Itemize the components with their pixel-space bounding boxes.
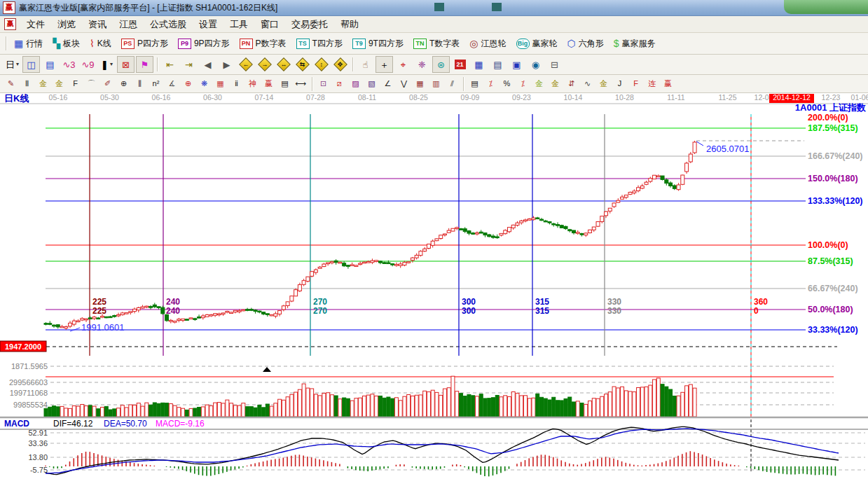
toolbar-button-9p-square[interactable]: P99P四方形	[174, 34, 234, 53]
tool-slashes[interactable]: ⫽	[445, 76, 460, 91]
tool-pencil[interactable]: ✎	[4, 76, 18, 91]
menu-item-3[interactable]: 江恩	[113, 17, 144, 32]
tool-grid-red[interactable]: ▦	[213, 76, 228, 91]
tool-flag[interactable]: ⚑	[136, 56, 153, 73]
tool-k-marks[interactable]: ⅱ	[229, 76, 244, 91]
menu-item-2[interactable]: 资讯	[82, 17, 113, 32]
tool-zigzag[interactable]: ⋁	[397, 76, 411, 91]
tool-candle-style[interactable]: ❚▾	[98, 56, 116, 73]
tool-zoom-y[interactable]: ↕	[312, 56, 330, 73]
tool-cycle-circle[interactable]: ⊕	[116, 76, 131, 91]
tool-trend-angle[interactable]: ∠	[380, 76, 395, 91]
tool-wave-3[interactable]: ∿3	[60, 56, 78, 73]
tool-hand-tool[interactable]: ☝	[357, 56, 374, 73]
hand-tool-icon: ☝	[363, 60, 368, 69]
tool-grid-purple[interactable]: ▨	[348, 76, 363, 91]
toolbar-button-t-square[interactable]: TST四方形	[292, 34, 347, 53]
tool-matrix-red[interactable]: ▦	[413, 76, 427, 91]
menu-item-4[interactable]: 公式选股	[144, 17, 193, 32]
menu-item-7[interactable]: 窗口	[254, 17, 285, 32]
tool-chart-window[interactable]: ◫	[22, 56, 40, 73]
tool-gold-levels[interactable]: 金	[548, 76, 563, 91]
tool-spiral[interactable]: ⌒	[84, 76, 99, 91]
tool-ruler-grid[interactable]: ▤	[277, 76, 292, 91]
tool-stats-bars[interactable]: ▤	[467, 76, 482, 91]
tool-period-day[interactable]: 日▾	[4, 56, 21, 73]
candle-body	[624, 195, 628, 197]
tool-grid-dark[interactable]: ▧	[364, 76, 379, 91]
tool-compress-x[interactable]: ⇆	[294, 56, 311, 73]
menu-item-6[interactable]: 工具	[223, 17, 254, 32]
tool-percent-line[interactable]: ⁒	[483, 76, 498, 91]
tool-first-bar[interactable]: ⇤	[161, 56, 179, 73]
menu-item-5[interactable]: 设置	[193, 17, 223, 32]
candle-body	[120, 313, 124, 315]
kline-label: K线	[97, 38, 111, 50]
tool-gann-tool[interactable]: ❈	[413, 56, 431, 73]
tool-wave-9[interactable]: ∿9	[79, 56, 97, 73]
toolbar-button-gann-wheel[interactable]: ◎江恩轮	[465, 34, 510, 53]
tool-f-angle[interactable]: F	[628, 76, 643, 91]
toolbar-button-p-square[interactable]: PSP四方形	[117, 34, 172, 53]
tool-target-red[interactable]: ⊕	[181, 76, 195, 91]
tool-calendar[interactable]: 21	[451, 56, 469, 73]
toolbar-button-p-number-table[interactable]: PNP数字表	[235, 34, 291, 53]
tool-gold-angle[interactable]: 金	[596, 76, 611, 91]
toolbar-button-winner-wheel[interactable]: Big赢家轮	[512, 34, 562, 53]
tool-star-blue[interactable]: ❋	[197, 76, 212, 91]
tool-net-disk[interactable]: ◉	[527, 56, 544, 73]
tool-wave-tool[interactable]: ∿	[580, 76, 595, 91]
period-day-dropdown-arrow[interactable]: ▾	[16, 62, 19, 67]
tool-gold-circle[interactable]: 金	[532, 76, 546, 91]
tool-percent[interactable]: %	[500, 76, 514, 91]
tool-j-angle[interactable]: J	[612, 76, 627, 91]
tool-gold-comb-1[interactable]: 金	[36, 76, 50, 91]
toolbar-button-hexagon[interactable]: ⬡六角形	[563, 34, 608, 53]
tool-printer[interactable]: ⊟	[546, 56, 563, 73]
tool-info-doc[interactable]: ▤	[41, 56, 59, 73]
tool-ying[interactable]: 赢	[261, 76, 276, 91]
tool-matrix-red-2[interactable]: ▥	[429, 76, 443, 91]
candle-style-dropdown-arrow[interactable]: ▾	[110, 62, 113, 67]
tool-gold-comb-2[interactable]: 金	[52, 76, 67, 91]
toolbar-button-winner-service[interactable]: $赢家服务	[609, 34, 660, 53]
menu-item-1[interactable]: 浏览	[51, 17, 82, 32]
tool-fan-red[interactable]: ⧄	[332, 76, 347, 91]
tool-n-square[interactable]: n²	[149, 76, 163, 91]
menu-item-8[interactable]: 交易委托	[285, 17, 334, 32]
tool-calculator[interactable]: ▦	[470, 56, 488, 73]
tool-updown[interactable]: ⇵	[564, 76, 579, 91]
tool-fibonacci[interactable]: F	[68, 76, 83, 91]
tool-h-measure[interactable]: ⟷	[294, 76, 308, 91]
tool-comb[interactable]: ⫴	[20, 76, 34, 91]
toolbar-button-kline[interactable]: ⌇K线	[85, 34, 116, 53]
tool-last-bar[interactable]: ⇥	[180, 56, 198, 73]
tool-pan-right[interactable]: →	[256, 56, 273, 73]
tool-percent-levels[interactable]: ⁒	[516, 76, 530, 91]
menu-item-9[interactable]: 帮助	[334, 17, 365, 32]
tool-brain-tool[interactable]: ⊛	[432, 56, 450, 73]
tool-next-bar[interactable]: ▶	[218, 56, 235, 73]
tool-crosshair-tool[interactable]: ＋	[376, 56, 393, 73]
toolbar-button-quotes[interactable]: ▦行情	[10, 34, 47, 53]
tool-grid-red[interactable]: ⊠	[117, 56, 135, 73]
menu-item-0[interactable]: 文件	[20, 17, 51, 32]
tool-shen[interactable]: 神	[245, 76, 260, 91]
tool-angle-tool[interactable]: ⌖	[394, 56, 412, 73]
tool-comb-2[interactable]: ⫼	[132, 76, 147, 91]
toolbar-button-sectors[interactable]: ▚板块	[48, 34, 84, 53]
tool-zoom-all[interactable]: ✥	[331, 56, 349, 73]
tool-notes[interactable]: ▤	[489, 56, 507, 73]
tool-save-disk[interactable]: ▣	[508, 56, 525, 73]
tool-angle-a[interactable]: ∡	[165, 76, 179, 91]
kline-chart-canvas[interactable]: 05-1605-3006-1606-3007-1407-2808-1108-25…	[0, 93, 868, 479]
tool-pencil-circle[interactable]: ✐	[100, 76, 115, 91]
toolbar-button-t-number-table[interactable]: TNT数字表	[409, 34, 464, 53]
tool-zoom-out-x[interactable]: ↔	[275, 56, 292, 73]
tool-ying-angle[interactable]: 赢	[661, 76, 675, 91]
tool-pan-left[interactable]: ←	[237, 56, 254, 73]
tool-box-measure[interactable]: ⊡	[316, 76, 331, 91]
tool-speed-angle[interactable]: 连	[645, 76, 659, 91]
toolbar-button-9t-square[interactable]: T99T四方形	[348, 34, 408, 53]
tool-prev-bar[interactable]: ◀	[199, 56, 216, 73]
